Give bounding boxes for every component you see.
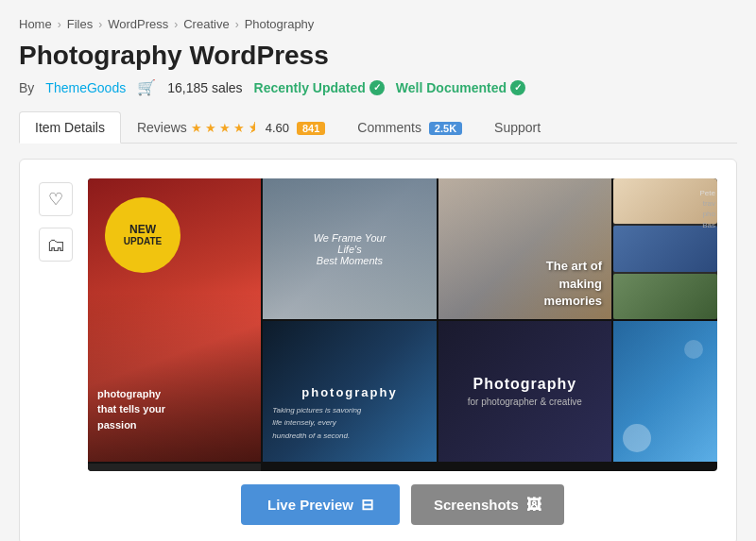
breadcrumb-sep-1: › [58,18,61,31]
collage-cell-7 [613,321,717,462]
sales-count: 16,185 sales [167,80,242,95]
update-text: UPDATE [124,236,162,247]
cell4-text: Pete travphoBas [700,188,715,230]
collage-cell-3-text: The art ofmakingmemories [544,258,602,310]
cell4-name1: Pete [700,189,715,197]
cell6-photography: Photography [468,376,582,393]
tabs-row: Item Details Reviews ★ ★ ★ ★ ⯨ 4.60 841 … [19,111,737,144]
breadcrumb: Home › Files › WordPress › Creative › Ph… [19,17,737,31]
heart-icon: ♡ [48,189,63,210]
recently-updated-text: Recently Updated [254,80,366,95]
screenshots-button[interactable]: Screenshots 🖼 [411,484,564,525]
star-1: ★ [191,121,202,135]
main-card: ♡ 🗂 NEW UPDATE [19,159,737,541]
cell8-thumbs [88,464,261,471]
live-preview-button[interactable]: Live Preview ⊟ [241,484,400,525]
folder-icon: 🗂 [46,234,65,256]
meta-row: By ThemeGoods 🛒 16,185 sales Recently Up… [19,78,737,96]
collage-cell-2: We Frame Your Life'sBest Moments [263,178,436,319]
star-2: ★ [205,121,216,135]
breadcrumb-sep-3: › [174,18,178,31]
collection-button[interactable]: 🗂 [39,228,73,262]
author-link[interactable]: ThemeGoods [45,80,126,95]
collage: NEW UPDATE photographythat tells yourpas… [88,178,717,471]
page-wrapper: Home › Files › WordPress › Creative › Ph… [0,0,756,541]
breadcrumb-sep-2: › [98,18,102,31]
collage-cell-1-text: photographythat tells yourpassion [97,386,165,433]
flower1 [623,424,651,452]
tab-item-details[interactable]: Item Details [19,111,121,144]
cart-icon: 🛒 [137,78,156,96]
screenshots-label: Screenshots [434,497,519,513]
sidebar-icons: ♡ 🗂 [39,178,73,525]
cell4-thumb3 [613,274,717,319]
recently-updated-badge: Recently Updated ✓ [254,80,385,95]
well-documented-check: ✓ [510,80,525,95]
cell5-photo-text: photography [301,384,397,398]
collage-cell-6: Photography for photographer & creative [438,321,611,462]
well-documented-badge: Well Documented ✓ [396,80,525,95]
cell4-detail: travphoBas [702,199,715,228]
star-4: ★ [233,121,245,135]
new-update-badge: NEW UPDATE [105,197,180,273]
cell6-subtitle: for photographer & creative [468,397,582,407]
preview-image: NEW UPDATE photographythat tells yourpas… [88,178,717,471]
collage-cell-8: PeteJoh [88,464,261,471]
tab-stars: ★ ★ ★ ★ ⯨ 4.60 [191,121,289,135]
star-3: ★ [219,121,231,135]
breadcrumb-files[interactable]: Files [67,17,93,31]
breadcrumb-sep-4: › [235,18,239,31]
cell6-text-block: Photography for photographer & creative [458,366,592,416]
tab-comments[interactable]: Comments 2.5K [341,111,478,143]
breadcrumb-home[interactable]: Home [19,17,52,31]
collage-cell-4: Pete travphoBas [613,178,717,319]
favorite-button[interactable]: ♡ [39,182,73,216]
new-text: NEW [129,223,156,236]
cell1-overlay [88,292,261,462]
collage-cell-1: NEW UPDATE photographythat tells yourpas… [88,178,261,462]
bottom-buttons: Live Preview ⊟ Screenshots 🖼 [88,484,717,525]
rating-value: 4.60 [266,121,289,135]
collage-cell-3: The art ofmakingmemories [438,178,611,319]
page-title: Photography WordPress [19,41,737,71]
breadcrumb-photography: Photography [245,17,315,31]
flower2 [684,340,703,359]
tab-reviews[interactable]: Reviews ★ ★ ★ ★ ⯨ 4.60 841 [121,111,341,143]
breadcrumb-creative[interactable]: Creative [183,17,229,31]
preview-section: NEW UPDATE photographythat tells yourpas… [88,178,717,525]
well-documented-text: Well Documented [396,80,507,95]
recently-updated-check: ✓ [369,80,385,95]
monitor-icon: ⊟ [361,496,373,514]
comment-count-badge: 2.5K [429,122,462,135]
image-icon: 🖼 [526,497,541,514]
collage-cell-2-text: We Frame Your Life'sBest Moments [306,232,393,266]
star-half: ⯨ [248,121,260,135]
collage-cell-5: photography Taking pictures is savoringl… [263,321,436,462]
cell4-thumb2 [613,226,717,271]
live-preview-label: Live Preview [267,497,353,513]
tab-support[interactable]: Support [478,111,557,143]
tab-reviews-label: Reviews [137,120,187,135]
collage-cell-5-text: Taking pictures is savoringlife intensel… [272,404,361,443]
tab-comments-label: Comments [357,120,421,135]
review-count-badge: 841 [297,122,325,135]
breadcrumb-wordpress[interactable]: WordPress [108,17,168,31]
by-label: By [19,80,34,95]
